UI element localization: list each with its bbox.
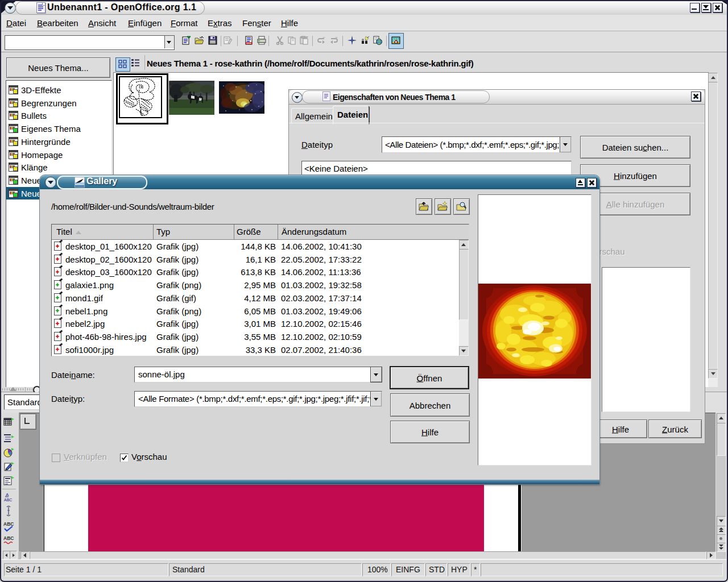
svg-text:ABC: ABC bbox=[3, 521, 14, 527]
svg-text:ABC: ABC bbox=[3, 535, 14, 541]
svg-text:ABC: ABC bbox=[4, 498, 12, 502]
